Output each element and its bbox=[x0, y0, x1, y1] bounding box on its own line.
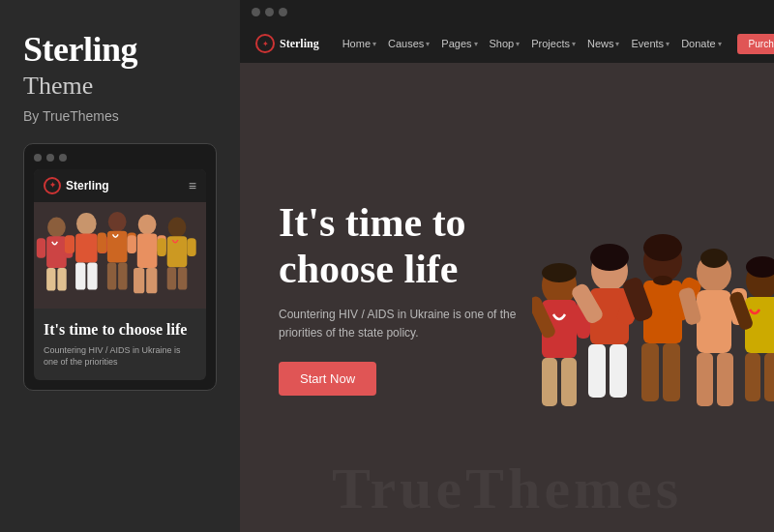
mobile-headline: It's time to choose life bbox=[44, 320, 196, 339]
chevron-down-icon: ▾ bbox=[474, 40, 478, 48]
chevron-down-icon: ▾ bbox=[426, 40, 430, 48]
svg-rect-41 bbox=[610, 344, 627, 398]
nav-item-donate[interactable]: Donate ▾ bbox=[681, 38, 721, 49]
svg-rect-63 bbox=[764, 353, 774, 401]
svg-rect-21 bbox=[146, 268, 157, 293]
mobile-logo-text: Sterling bbox=[66, 179, 109, 192]
svg-rect-10 bbox=[65, 235, 74, 253]
mobile-nav: ✦ Sterling ≡ bbox=[34, 169, 206, 202]
mobile-hamburger-icon[interactable]: ≡ bbox=[189, 178, 196, 193]
svg-rect-27 bbox=[178, 267, 187, 289]
chevron-down-icon: ▾ bbox=[666, 40, 670, 48]
chevron-down-icon: ▾ bbox=[718, 40, 722, 48]
desktop-nav: ✦ Sterling Home ▾ Causes ▾ Pages ▾ Shop … bbox=[240, 24, 774, 63]
hero-body-text: Countering HIV / AIDS in Ukraine is one … bbox=[279, 306, 540, 342]
mobile-people-illustration bbox=[34, 204, 206, 306]
svg-point-18 bbox=[138, 215, 157, 235]
theme-by: By TrueThemes bbox=[23, 108, 217, 124]
svg-point-38 bbox=[590, 244, 629, 271]
nav-item-home[interactable]: Home ▾ bbox=[342, 38, 376, 49]
mobile-content: It's time to choose life Countering HIV … bbox=[34, 309, 206, 380]
svg-rect-16 bbox=[98, 233, 106, 253]
nav-item-news[interactable]: News ▾ bbox=[587, 38, 620, 49]
chevron-down-icon: ▾ bbox=[572, 40, 576, 48]
hero-title: It's time to choose life bbox=[279, 199, 559, 293]
nav-item-events[interactable]: Events ▾ bbox=[631, 38, 670, 49]
svg-rect-29 bbox=[187, 238, 195, 256]
desktop-preview: ✦ Sterling Home ▾ Causes ▾ Pages ▾ Shop … bbox=[240, 24, 774, 532]
svg-rect-19 bbox=[137, 234, 158, 269]
browser-dot-3 bbox=[279, 8, 287, 16]
right-panel: ✦ Sterling Home ▾ Causes ▾ Pages ▾ Shop … bbox=[240, 0, 774, 532]
browser-chrome bbox=[240, 0, 774, 24]
svg-rect-28 bbox=[157, 238, 165, 256]
hero-content: It's time to choose life Countering HIV … bbox=[279, 199, 588, 397]
mobile-preview: ✦ Sterling ≡ bbox=[23, 143, 217, 391]
dot2 bbox=[46, 154, 54, 162]
nav-item-shop[interactable]: Shop ▾ bbox=[490, 38, 521, 49]
left-panel: Sterling Theme By TrueThemes ✦ Sterling … bbox=[0, 0, 240, 532]
purchase-theme-button[interactable]: Purchase Theme bbox=[737, 34, 774, 54]
mobile-logo-icon: ✦ bbox=[44, 177, 61, 194]
browser-dot-2 bbox=[265, 8, 274, 16]
svg-point-51 bbox=[653, 276, 672, 285]
svg-rect-1 bbox=[46, 236, 67, 268]
svg-rect-56 bbox=[717, 353, 733, 406]
hero-section: It's time to choose life Countering HIV … bbox=[240, 63, 774, 532]
svg-point-6 bbox=[76, 213, 97, 234]
svg-point-0 bbox=[47, 218, 66, 238]
svg-rect-9 bbox=[87, 263, 97, 290]
nav-item-projects[interactable]: Projects ▾ bbox=[531, 38, 576, 49]
mobile-hero-image bbox=[34, 202, 206, 309]
start-now-button[interactable]: Start Now bbox=[279, 362, 376, 396]
nav-item-pages[interactable]: Pages ▾ bbox=[441, 38, 477, 49]
svg-rect-62 bbox=[745, 353, 760, 401]
desktop-logo: ✦ Sterling bbox=[255, 34, 319, 53]
browser-dots bbox=[252, 8, 287, 16]
theme-title: Sterling bbox=[23, 31, 217, 70]
svg-rect-48 bbox=[663, 343, 680, 401]
mobile-body-text: Countering HIV / AIDS in Ukraine is one … bbox=[44, 344, 196, 369]
svg-rect-55 bbox=[697, 353, 713, 406]
browser-dot-1 bbox=[252, 8, 260, 16]
nav-items: Home ▾ Causes ▾ Pages ▾ Shop ▾ Projects … bbox=[342, 38, 722, 49]
desktop-logo-text: Sterling bbox=[280, 37, 319, 51]
svg-rect-20 bbox=[134, 268, 144, 293]
svg-rect-14 bbox=[107, 263, 116, 290]
chevron-down-icon: ▾ bbox=[615, 40, 619, 48]
dot3 bbox=[59, 154, 67, 162]
svg-rect-26 bbox=[167, 267, 176, 289]
chevron-down-icon: ▾ bbox=[372, 40, 376, 48]
svg-rect-15 bbox=[118, 263, 127, 290]
mobile-logo: ✦ Sterling bbox=[44, 177, 109, 194]
desktop-logo-icon: ✦ bbox=[255, 34, 275, 53]
svg-rect-2 bbox=[46, 268, 55, 290]
svg-point-53 bbox=[700, 249, 728, 268]
dot1 bbox=[34, 154, 42, 162]
svg-rect-8 bbox=[75, 263, 85, 290]
svg-point-12 bbox=[108, 212, 127, 232]
mobile-dots bbox=[34, 154, 206, 162]
svg-rect-4 bbox=[37, 238, 45, 258]
svg-rect-54 bbox=[697, 290, 731, 353]
svg-rect-47 bbox=[641, 343, 659, 401]
svg-point-45 bbox=[643, 234, 682, 261]
chevron-down-icon: ▾ bbox=[516, 40, 520, 48]
theme-subtitle: Theme bbox=[23, 72, 217, 101]
svg-rect-22 bbox=[127, 235, 135, 253]
svg-rect-40 bbox=[588, 344, 606, 398]
svg-point-24 bbox=[168, 218, 187, 238]
svg-rect-3 bbox=[57, 268, 66, 290]
mobile-screen: ✦ Sterling ≡ bbox=[34, 169, 206, 380]
svg-rect-7 bbox=[75, 234, 97, 263]
nav-item-causes[interactable]: Causes ▾ bbox=[388, 38, 430, 49]
